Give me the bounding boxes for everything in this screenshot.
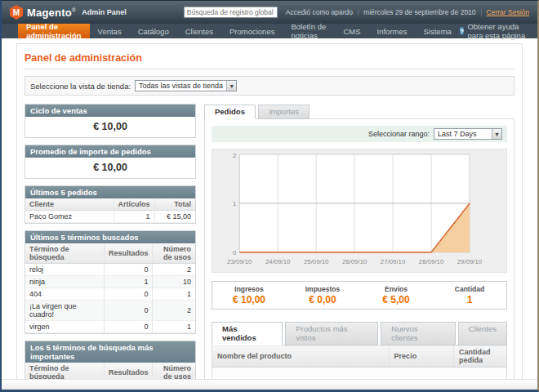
chevron-down-icon: ▼: [492, 129, 501, 139]
cell-term: ninja: [25, 276, 104, 288]
svg-text:M: M: [13, 8, 20, 17]
table-row[interactable]: reloj02: [25, 264, 195, 276]
last-orders-title: Últimos 5 pedidos: [25, 186, 195, 198]
store-view-label: Seleccione la vista de tienda:: [30, 82, 131, 91]
stat-shipping: Envíos € 5,00: [359, 285, 433, 305]
last-search-terms-table: Término de búsqueda Resultados Número de…: [25, 243, 195, 333]
lifetime-sales-box: Ciclo de ventas € 10,00: [24, 104, 196, 138]
x-tick: 26/09/10: [342, 258, 368, 265]
column-header[interactable]: Resultados: [104, 243, 153, 264]
session-info: Accedió como apardo miércoles 29 de sept…: [286, 8, 529, 16]
column-header[interactable]: Cantidad pedida: [454, 345, 507, 368]
chevron-down-icon: ▼: [226, 81, 236, 91]
chart-panel: Seleccionar rango: Last 7 Days ▼: [204, 118, 514, 392]
tab-orders[interactable]: Pedidos: [204, 105, 256, 119]
x-tick: 29/09/10: [457, 258, 483, 265]
y-tick-0: 0: [233, 249, 237, 256]
totals-row: Ingresos € 10,00 Impuestos € 0,00 Envíos…: [212, 281, 507, 310]
nav-item-catalog[interactable]: Catálogo: [130, 24, 177, 38]
current-date: miércoles 29 de septiembre de 2010: [363, 8, 476, 16]
nav-item-dashboard[interactable]: Panel de administración: [18, 24, 90, 38]
cell-term: virgen: [25, 321, 104, 333]
table-row[interactable]: ¡La virgen que cuadro!02: [25, 301, 195, 321]
admin-window: M Magento® Admin Panel Accedió como apar…: [0, 0, 539, 392]
cell-term: 404: [25, 288, 104, 301]
store-view-select[interactable]: Todas las vistas de tienda ▼: [135, 80, 237, 91]
table-row[interactable]: ninja110: [25, 276, 195, 288]
stat-label: Ingresos: [212, 285, 286, 293]
range-bar: Seleccionar rango: Last 7 Days ▼: [212, 126, 507, 142]
global-search-input[interactable]: [184, 7, 278, 18]
table-row[interactable]: Paco Gomez 1 € 15,00: [25, 211, 195, 223]
x-tick: 25/09/10: [304, 258, 329, 265]
tab-most-viewed[interactable]: Productos más vistos: [285, 322, 378, 345]
stat-label: Cantidad: [433, 285, 506, 293]
top-search-terms-title: Los 5 términos de búsqueda más important…: [25, 341, 195, 363]
chart-tabs: Pedidos Importes: [204, 105, 514, 119]
logged-in-as: Accedió como apardo: [286, 8, 353, 16]
help-icon: ?: [460, 27, 465, 35]
x-tick: 24/09/10: [265, 258, 291, 265]
nav-item-system[interactable]: Sistema: [416, 24, 460, 38]
get-help-link[interactable]: ? Obtener ayuda para esta página: [460, 24, 537, 38]
y-tick-1: 1: [233, 200, 237, 207]
x-tick: 23/09/10: [227, 258, 252, 265]
last-search-terms-title: Últimos 5 términos buscados: [25, 231, 195, 243]
x-tick: 28/09/10: [419, 258, 444, 265]
table-row[interactable]: virgen01: [25, 321, 195, 333]
column-header[interactable]: Total: [154, 198, 195, 211]
last-orders-box: Últimos 5 pedidos Cliente Artículos Tota…: [24, 185, 196, 224]
cell-results: 0: [104, 288, 153, 301]
stat-tax: Impuestos € 0,00: [286, 285, 359, 305]
nav-item-promotions[interactable]: Promociones: [221, 24, 283, 38]
y-tick-2: 2: [233, 152, 236, 159]
last-orders-table: Cliente Artículos Total Paco Gomez 1 € 1…: [25, 198, 195, 223]
stat-value: 1: [433, 294, 506, 305]
tab-new-customers[interactable]: Nuevos clientes: [381, 322, 455, 345]
average-orders-title: Promedio de importe de pedidos: [25, 145, 195, 158]
tab-bestsellers[interactable]: Más vendidos: [212, 322, 283, 345]
title-divider: [24, 69, 514, 69]
tab-customers[interactable]: Clientes: [458, 322, 507, 345]
get-help-label: Obtener ayuda para esta página: [467, 22, 529, 40]
average-orders-value: € 10,00: [25, 158, 195, 178]
logo-title: Magento®: [27, 7, 76, 19]
orders-chart: 2 1 0 23/09/10 24/09/10 25/09/10 26/09/1…: [212, 149, 507, 273]
stat-value: € 10,00: [212, 294, 286, 305]
global-search: [184, 7, 278, 18]
last-search-terms-box: Últimos 5 términos buscados Término de b…: [24, 230, 196, 334]
column-header[interactable]: Término de búsqueda: [25, 243, 104, 264]
cell-customer: Paco Gomez: [25, 211, 114, 223]
tab-amounts[interactable]: Importes: [258, 105, 310, 119]
range-selected-value: Last 7 Days: [434, 129, 492, 139]
column-header[interactable]: Cliente: [25, 198, 114, 211]
column-header[interactable]: Nombre del producto: [212, 345, 390, 368]
nav-item-customers[interactable]: Clientes: [177, 24, 221, 38]
nav-item-sales[interactable]: Ventas: [90, 24, 130, 38]
range-select[interactable]: Last 7 Days ▼: [434, 128, 502, 140]
nav-item-cms[interactable]: CMS: [335, 24, 368, 38]
logout-link[interactable]: Cerrar Sesión: [487, 8, 529, 16]
column-header[interactable]: Artículos: [114, 198, 154, 211]
stat-label: Impuestos: [286, 285, 359, 293]
stat-revenue: Ingresos € 10,00: [212, 285, 286, 305]
cell-uses: 2: [153, 264, 195, 276]
average-orders-box: Promedio de importe de pedidos € 10,00: [24, 145, 196, 179]
x-tick: 27/09/10: [381, 258, 406, 265]
dashboard-sidebar: Ciclo de ventas € 10,00 Promedio de impo…: [24, 104, 196, 392]
nav-item-reports[interactable]: Informes: [369, 24, 416, 38]
magento-logo: M Magento® Admin Panel: [10, 5, 127, 20]
nav-item-newsletter[interactable]: Boletín de noticias: [283, 24, 335, 38]
cell-term: reloj: [25, 264, 104, 276]
footer-strip: [2, 379, 537, 390]
table-row[interactable]: 40401: [25, 288, 195, 301]
column-header[interactable]: Número de usos: [153, 243, 195, 264]
magento-logo-icon: M: [10, 5, 23, 20]
trademark-symbol: ®: [72, 7, 76, 12]
main-nav: Panel de administración Ventas Catálogo …: [2, 24, 537, 38]
cell-items: 1: [114, 211, 154, 223]
column-header[interactable]: Precio: [389, 345, 453, 368]
cell-results: 0: [104, 321, 153, 333]
cell-uses: 1: [153, 288, 195, 301]
page-title: Panel de administración: [24, 52, 514, 64]
